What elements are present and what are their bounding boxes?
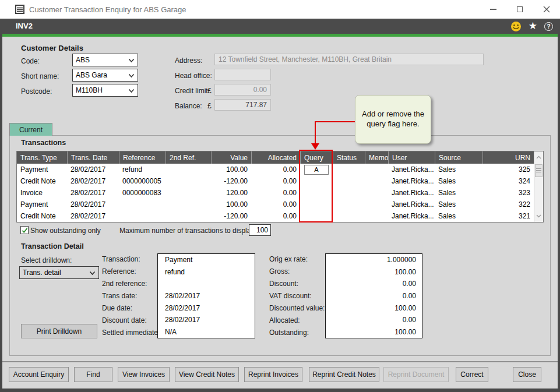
cell-date: 28/02/2017 [67,165,119,174]
outstanding-label: Outstanding: [269,329,325,337]
allocated-label: Allocated: [269,316,325,324]
chevron-up-icon [536,156,541,159]
account-enquiry-button[interactable]: Account Enquiry [9,367,69,382]
transaction-detail-heading: Transaction Detail [21,242,84,250]
annotation-arrow-line [315,121,316,144]
table-row[interactable]: Invoice 28/02/2017 0000000083 120.00 0.0… [17,187,534,199]
window-title: Customer Transaction Enquiry for ABS Gar… [29,5,186,14]
col-status[interactable]: Status [333,151,365,164]
view-invoices-button[interactable]: View Invoices [118,367,170,382]
cell-date: 28/02/2017 [67,189,119,197]
col-reference[interactable]: Reference [119,151,165,164]
annotation-arrowhead-icon [311,143,319,150]
cell-urn: 321 [482,212,534,220]
cell-urn: 322 [482,200,534,209]
minimize-button[interactable] [480,0,506,19]
cell-type: Credit Note [17,177,67,185]
credit-limit-currency: £ [207,87,212,95]
credit-limit-field: 0.00 [214,84,271,96]
cell-user: Janet.Ricka... [388,165,435,174]
orig-ex-rate-value: 1.000000 [326,256,422,264]
ribbon-tab-label: INV2 [16,22,33,30]
close-action-button[interactable]: Close [513,367,541,382]
cell-user: Janet.Ricka... [388,200,435,209]
gross-value: 100.00 [326,268,422,276]
cell-allocated: 0.00 [251,177,300,185]
code-value: ABS [76,56,90,64]
balance-field: 717.87 [214,99,271,111]
correct-button[interactable]: Correct [456,367,488,382]
max-transactions-label: Maximum number of transactions to displa… [119,227,256,235]
reprint-invoices-button[interactable]: Reprint Invoices [244,367,302,382]
table-row[interactable]: Payment 28/02/2017 100.00 0.00 Janet.Ric… [17,199,534,210]
col-user[interactable]: User [388,151,435,164]
tab-current[interactable]: Current [9,123,52,136]
show-outstanding-label: Show outstanding only [30,227,101,235]
reprint-credit-notes-button[interactable]: Reprint Credit Notes [309,367,379,382]
cell-user: Janet.Ricka... [388,189,435,197]
address-field: 12 Townfield Street, Manchester, M110BH,… [214,54,484,65]
col-trans-type[interactable]: Trans. Type [17,151,67,164]
table-row[interactable]: Credit Note 28/02/2017 -120.00 0.00 Jane… [17,210,534,222]
annotation-arrow-line [315,121,356,122]
short-name-combobox[interactable]: ABS Gara [72,69,138,82]
scrollbar-thumb[interactable] [535,164,543,177]
transactions-table-main: Trans. Type Trans. Date Reference 2nd Re… [17,151,534,222]
close-button[interactable] [533,0,560,19]
balance-currency: £ [207,102,212,110]
app-icon [15,5,24,14]
cell-value: 120.00 [211,189,251,197]
help-icon[interactable]: ? [544,22,553,31]
col-trans-date[interactable]: Trans. Date [67,151,119,164]
discounted-value-label: Discounted value: [269,304,325,312]
thumb-grip-icon [536,168,541,173]
allocated-value: 0.00 [326,316,422,324]
scroll-up-button[interactable] [534,151,543,163]
detail-field-labels: Transaction: Reference: 2nd reference: T… [102,253,165,338]
ribbon-bar: INV2 ★ ? [0,19,560,34]
drilldown-combobox[interactable]: Trans. detail [19,266,99,279]
table-scrollbar[interactable] [534,151,543,222]
query-column-highlight [299,150,333,223]
col-urn[interactable]: URN [482,151,534,164]
postcode-combobox[interactable]: M110BH [72,84,138,97]
col-allocated[interactable]: Allocated [251,151,300,164]
print-drilldown-button[interactable]: Print Drilldown [21,324,97,338]
table-row[interactable]: Credit Note 28/02/2017 0000000005 -120.0… [17,175,534,187]
favorite-star-icon[interactable]: ★ [529,20,537,32]
chevron-down-icon [536,214,541,218]
customer-details-heading: Customer Details [21,44,83,52]
col-memo[interactable]: Memo [365,151,388,164]
due-date-label: Due date: [102,304,165,312]
transactions-table: Trans. Type Trans. Date Reference 2nd Re… [16,151,544,223]
discounted-value-value: 100.00 [326,304,422,312]
settled-immediately-label: Settled immediately: [102,329,165,337]
cell-reference: 0000000083 [119,189,165,197]
orig-ex-rate-label: Orig ex rate: [269,255,325,263]
head-office-label: Head office: [175,72,212,80]
col-2nd-ref[interactable]: 2nd Ref. [165,151,211,164]
due-date-value: 28/02/2017 [158,304,255,312]
find-button[interactable]: Find [74,367,112,382]
smiley-icon[interactable] [510,21,522,32]
show-outstanding-checkbox[interactable] [20,226,29,234]
maximize-button[interactable] [506,0,533,19]
max-transactions-input[interactable] [249,224,271,236]
col-value[interactable]: Value [211,151,251,164]
chevron-down-icon [128,89,135,93]
view-credit-notes-button[interactable]: View Credit Notes [175,367,239,382]
col-source[interactable]: Source [435,151,482,164]
cell-value: -120.00 [211,212,251,220]
discount-date-value: 28/02/2017 [158,316,255,324]
cell-allocated: 0.00 [251,200,300,209]
cell-type: Payment [17,165,67,174]
scroll-down-button[interactable] [534,210,543,222]
cell-value: 100.00 [211,200,251,209]
chevron-down-icon [128,58,135,63]
reference-label: Reference: [102,267,165,276]
code-combobox[interactable]: ABS [72,54,138,66]
table-row[interactable]: Payment 28/02/2017 refund 100.00 0.00 A … [17,164,534,175]
cell-source: Sales [435,189,482,197]
footer-divider [2,361,558,362]
cell-source: Sales [435,200,482,209]
